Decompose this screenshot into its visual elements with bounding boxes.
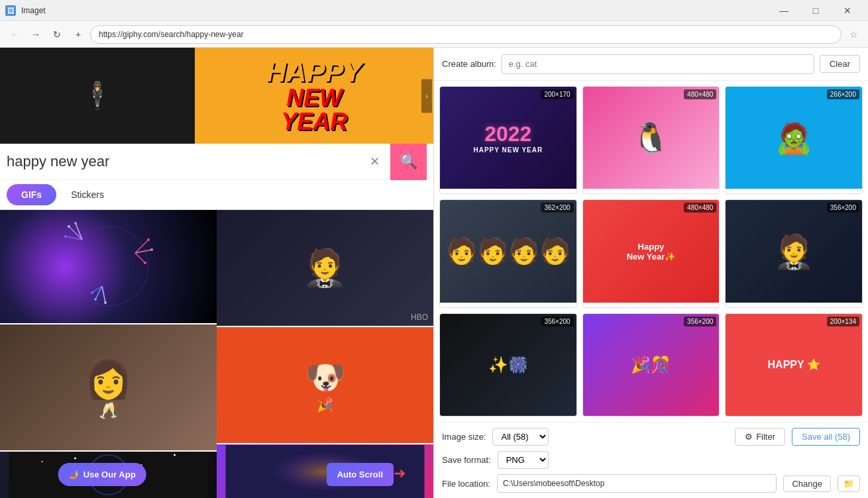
format-row: Save format: PNG JPG WEBP GIF (442, 451, 860, 469)
gif-col-2: 🤵 HBO 🐶 🎉 (217, 210, 433, 498)
clear-button[interactable]: Clear (820, 55, 860, 73)
image-dimensions-2: 480×480 (684, 89, 716, 99)
window-controls: — □ ✕ (769, 0, 863, 21)
browser-panel: 🕴️ HAPPY NEWYEAR › ✕ 🔍 GIFs Stickers (0, 48, 434, 498)
filter-button[interactable]: ⚙ Filter (735, 428, 785, 446)
image-card-3: 🧟 266×200 200_29.webp ✏ Save (725, 86, 863, 194)
image-size-row: Image size: All (58) Small Medium Large … (442, 428, 860, 446)
image-preview-1[interactable]: 2022 HAPPY NEW YEAR (440, 87, 576, 189)
search-clear-button[interactable]: ✕ (365, 152, 384, 171)
gif-woman[interactable]: 👩 🥂 (0, 324, 217, 450)
banner-left: 🕴️ (0, 48, 195, 144)
image-dimensions-8: 356×200 (684, 317, 716, 326)
use-our-app-button[interactable]: 🤳 Use Our App (58, 463, 146, 486)
image-preview-6[interactable]: 🤵 (726, 200, 862, 302)
filter-icon: ⚙ (745, 432, 753, 442)
image-filename-5: giphy_25.webp (587, 306, 636, 308)
maximize-button[interactable]: □ (800, 0, 831, 21)
image-filename-6: 200_26.webp (730, 306, 773, 308)
image-filename-4: 200_35.webp (444, 306, 488, 308)
auto-scroll-button[interactable]: Auto Scroll (327, 463, 394, 486)
image-thumb-5: HappyNew Year✨ 480×480 (583, 200, 720, 302)
image-edit-button-6[interactable]: ✏ (851, 305, 858, 308)
image-edit-button-1[interactable]: ✏ (566, 191, 572, 194)
tab-stickers[interactable]: Stickers (56, 184, 119, 205)
create-album-label: Create album: (442, 59, 496, 69)
image-card-2: 🐧 480×480 giphy_36.webp ✏ Save (582, 86, 720, 194)
giphy-banner: 🕴️ HAPPY NEWYEAR › (0, 48, 433, 144)
image-preview-5[interactable]: HappyNew Year✨ (583, 200, 720, 302)
new-tab-button[interactable]: + (69, 25, 87, 44)
image-info-6: 200_26.webp ✏ (726, 303, 862, 308)
right-bottom-bar: Image size: All (58) Small Medium Large … (434, 422, 868, 498)
svg-point-10 (147, 238, 150, 241)
preview-dark: ✨🎆 (488, 356, 528, 374)
image-dimensions-6: 356×200 (827, 203, 859, 213)
image-card-4: 🧑🧑🧑🧑 362×200 200_35.webp ✏ Save (439, 199, 577, 307)
right-top-bar: Create album: Clear (434, 48, 868, 81)
image-preview-9[interactable]: HAPPY ⭐ (726, 314, 862, 416)
image-dimensions-7: 356×200 (541, 317, 573, 326)
title-bar-left: 🖼 Imaget (5, 5, 46, 16)
search-button[interactable]: 🔍 (390, 144, 427, 180)
svg-point-11 (150, 248, 153, 251)
close-button[interactable]: ✕ (832, 0, 863, 21)
gif-snoopy[interactable]: 🐶 🎉 (217, 327, 433, 443)
back-button[interactable]: ← (5, 25, 24, 44)
search-input[interactable] (7, 153, 358, 170)
nav-bar: ← → ↻ + ☆ (0, 21, 868, 48)
preview-text-2022: 2022 (473, 122, 543, 146)
image-dimensions-1: 200×170 (541, 89, 573, 99)
image-preview-7[interactable]: ✨🎆 (440, 314, 576, 416)
preview-monster: 🧟 (775, 121, 812, 156)
preview-dicaprio2: 🤵 (773, 232, 814, 271)
file-location-input[interactable] (497, 474, 777, 493)
svg-line-9 (135, 253, 145, 263)
image-preview-4[interactable]: 🧑🧑🧑🧑 (440, 200, 576, 302)
svg-point-18 (91, 291, 93, 294)
image-preview-2[interactable]: 🐧 (583, 87, 720, 189)
tab-gif[interactable]: GIFs (7, 184, 56, 205)
image-thumb-8: 🎉🎊 356×200 (583, 314, 720, 416)
album-input[interactable] (502, 54, 814, 74)
banner-right: HAPPY NEWYEAR (195, 48, 433, 144)
image-size-select[interactable]: All (58) Small Medium Large (492, 428, 549, 446)
image-edit-button-3[interactable]: ✏ (851, 191, 858, 194)
image-card-8: 🎉🎊 356×200 (582, 313, 720, 417)
image-preview-8[interactable]: 🎉🎊 (583, 314, 720, 416)
giphy-scroll-button[interactable]: › (421, 79, 432, 113)
svg-point-22 (74, 458, 76, 460)
image-edit-button-5[interactable]: ✏ (708, 305, 715, 308)
url-bar[interactable] (90, 25, 841, 44)
change-button[interactable]: Change (783, 475, 831, 492)
image-thumb-3: 🧟 266×200 (726, 87, 862, 189)
preview-penguin: 🐧 (632, 121, 669, 156)
svg-point-17 (104, 301, 107, 304)
image-edit-button-4[interactable]: ✏ (566, 305, 572, 308)
image-card-7: ✨🎆 356×200 (439, 313, 577, 417)
reload-button[interactable]: ↻ (48, 25, 66, 44)
image-dimensions-5: 480×480 (684, 203, 716, 213)
gif-dicaprio[interactable]: 🤵 HBO (217, 210, 433, 326)
tabs-bar: GIFs Stickers (0, 180, 433, 210)
save-all-button[interactable]: Save all (58) (792, 428, 860, 446)
preview-hny-card: HappyNew Year✨ (624, 239, 678, 264)
gif-fireworks[interactable] (0, 210, 217, 323)
gif-col-1: 👩 🥂 (0, 210, 217, 498)
image-thumb-9: HAPPY ⭐ 200×134 (726, 314, 862, 416)
image-card-6: 🤵 356×200 200_26.webp ✏ Save (725, 199, 863, 307)
forward-button[interactable]: → (27, 25, 45, 44)
folder-button[interactable]: 📁 (838, 475, 860, 492)
minimize-button[interactable]: — (769, 0, 799, 21)
svg-line-14 (102, 286, 105, 303)
svg-line-2 (76, 223, 82, 240)
preview-band: 🧑🧑🧑🧑 (446, 236, 570, 266)
image-preview-3[interactable]: 🧟 (726, 87, 862, 189)
image-edit-button-2[interactable]: ✏ (708, 191, 715, 194)
search-bar: ✕ 🔍 (0, 144, 433, 180)
bookmark-button[interactable]: ☆ (844, 25, 863, 44)
svg-point-5 (74, 222, 77, 224)
file-location-label: File location: (442, 479, 490, 489)
format-select[interactable]: PNG JPG WEBP GIF (498, 451, 549, 469)
gif-grid: 👩 🥂 (0, 210, 433, 498)
